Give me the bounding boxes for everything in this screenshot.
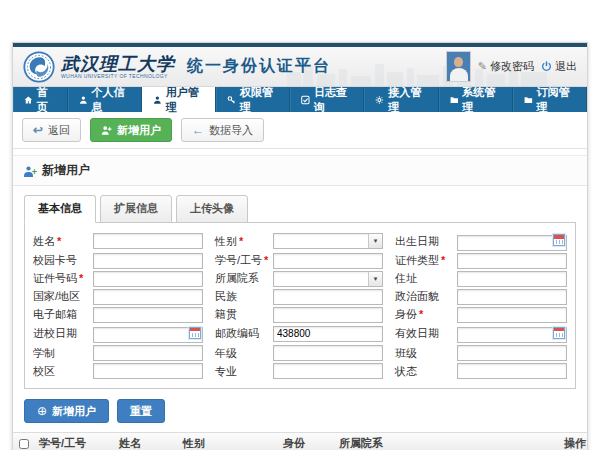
field-enroll-date: 进校日期 [33, 325, 203, 344]
required-mark: * [264, 254, 268, 266]
major-input[interactable] [273, 363, 383, 379]
nav-permission-management[interactable]: 权限管理 [216, 87, 290, 112]
campus-input[interactable] [93, 363, 203, 379]
email-input[interactable] [93, 307, 203, 323]
nav-user-management[interactable]: 用户管理 [142, 87, 216, 112]
name-input[interactable] [93, 233, 203, 249]
university-name: 武汉理工大学 WUHAN UNIVERSITY OF TECHNOLOGY [61, 55, 175, 79]
id-number-input[interactable] [93, 271, 203, 287]
nav-label: 接入管理 [388, 85, 426, 115]
nav-label: 系统管理 [462, 85, 500, 115]
logout-label: 退出 [555, 59, 577, 74]
calendar-icon[interactable] [553, 234, 565, 246]
required-mark: * [239, 235, 243, 247]
chevron-down-icon: ▾ [368, 272, 382, 286]
user-icon [79, 95, 88, 105]
gender-select[interactable]: ▾ [273, 233, 383, 249]
grade-input[interactable] [273, 345, 383, 361]
field-ethnicity: 民族 [215, 289, 383, 305]
submit-add-user-button[interactable]: ⊕ 新增用户 [24, 399, 109, 423]
field-native-place: 籍贯 [215, 307, 383, 323]
toolbar: ↩ 返回 新增用户 ← 数据导入 [13, 112, 587, 149]
field-department: 所属院系▾ [215, 271, 383, 287]
field-grade: 年级 [215, 345, 383, 361]
field-study-length: 学制 [33, 345, 203, 361]
select-all-checkbox[interactable] [19, 439, 29, 449]
id-type-input[interactable] [457, 253, 567, 269]
student-id-input[interactable] [273, 253, 383, 269]
tab-upload-avatar[interactable]: 上传头像 [176, 195, 248, 223]
status-input[interactable] [457, 363, 567, 379]
col-name: 姓名 [115, 436, 179, 450]
required-mark: * [419, 308, 423, 320]
class-input[interactable] [457, 345, 567, 361]
submit-label: 新增用户 [52, 404, 96, 419]
field-email: 电子邮箱 [33, 307, 203, 323]
field-address: 住址 [395, 271, 567, 287]
nav-label: 日志查询 [314, 85, 352, 115]
user-avatar [446, 51, 471, 82]
native-place-input[interactable] [273, 307, 383, 323]
study-length-input[interactable] [93, 345, 203, 361]
back-button[interactable]: ↩ 返回 [22, 118, 81, 142]
calendar-icon[interactable] [189, 327, 201, 339]
nav-home[interactable]: 首页 [13, 87, 68, 112]
back-label: 返回 [48, 123, 70, 138]
enroll-date-input[interactable] [93, 327, 203, 343]
folder-icon [450, 95, 459, 105]
address-input[interactable] [457, 271, 567, 287]
campus-card-input[interactable] [93, 253, 203, 269]
user-add-icon: + [24, 165, 37, 177]
data-import-button[interactable]: ← 数据导入 [181, 118, 264, 142]
change-password-link[interactable]: ✎ 修改密码 [478, 59, 534, 74]
field-political-status: 政治面貌 [395, 289, 567, 305]
required-mark: * [441, 254, 445, 266]
header-user-area: ✎ 修改密码 退出 [446, 51, 577, 82]
col-identity: 身份 [279, 436, 335, 450]
nav-label: 权限管理 [240, 85, 278, 115]
nav-personal-info[interactable]: 个人信息 [68, 87, 142, 112]
department-select[interactable]: ▾ [273, 271, 383, 287]
identity-input[interactable] [457, 307, 567, 323]
valid-date-input[interactable] [457, 327, 567, 343]
ethnicity-input[interactable] [273, 289, 383, 305]
calendar-icon[interactable] [553, 327, 565, 339]
country-input[interactable] [93, 289, 203, 305]
pencil-icon: ✎ [478, 60, 487, 73]
change-password-label: 修改密码 [490, 59, 534, 74]
home-icon [24, 95, 33, 105]
form-tabs: 基本信息 扩展信息 上传头像 [13, 186, 587, 222]
gear-icon [375, 95, 384, 105]
form-actions: ⊕ 新增用户 重置 [13, 389, 587, 432]
reset-button[interactable]: 重置 [117, 399, 165, 423]
birthdate-input[interactable] [457, 235, 567, 251]
nav-log-query[interactable]: 日志查询 [290, 87, 364, 112]
tab-label: 上传头像 [190, 202, 234, 214]
add-user-toolbar-button[interactable]: 新增用户 [90, 118, 172, 142]
field-major: 专业 [215, 363, 383, 379]
col-operation: 操作 [560, 436, 587, 450]
col-gender: 性别 [179, 436, 279, 450]
political-status-input[interactable] [457, 289, 567, 305]
postal-code-input[interactable] [273, 326, 383, 342]
field-campus: 校区 [33, 363, 203, 379]
field-valid-date: 有效日期 [395, 325, 567, 344]
nav-system-management[interactable]: 系统管理 [439, 87, 513, 112]
field-campus-card: 校园卡号 [33, 253, 203, 269]
nav-label: 订阅管理 [537, 85, 575, 115]
required-mark: * [79, 272, 83, 284]
platform-title: 统一身份认证平台 [187, 56, 331, 77]
tab-extended-info[interactable]: 扩展信息 [100, 195, 172, 223]
nav-subscription-management[interactable]: 订阅管理 [513, 87, 587, 112]
main-nav: 首页 个人信息 用户管理 权限管理 日志查询 接入管理 系统管理 订阅管理 [13, 87, 587, 112]
app-window: 武汉理工大学 WUHAN UNIVERSITY OF TECHNOLOGY 统一… [12, 42, 588, 450]
section-title-bar: + 新增用户 [13, 155, 587, 186]
tab-basic-info[interactable]: 基本信息 [24, 195, 96, 223]
plus-circle-icon: ⊕ [37, 404, 47, 418]
header: 武汉理工大学 WUHAN UNIVERSITY OF TECHNOLOGY 统一… [13, 47, 587, 87]
nav-access-management[interactable]: 接入管理 [364, 87, 438, 112]
logout-link[interactable]: 退出 [541, 59, 577, 74]
section-title: 新增用户 [42, 162, 90, 179]
field-id-number: 证件号码* [33, 271, 203, 287]
field-country: 国家/地区 [33, 289, 203, 305]
